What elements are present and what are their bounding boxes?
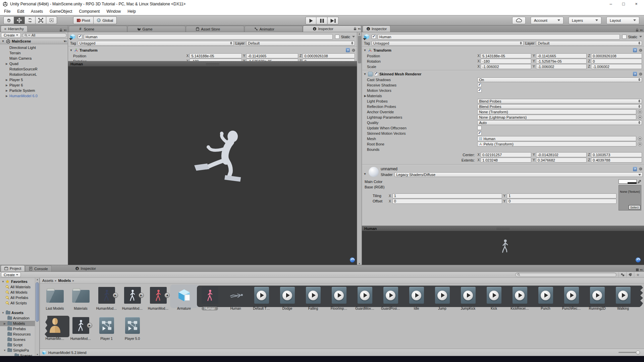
anchor-override-field[interactable]: None (Transform) <box>477 109 636 114</box>
asset-item[interactable]: HumanMod… <box>119 285 145 313</box>
menu-item[interactable]: GameObject <box>46 8 75 15</box>
hierarchy-item[interactable]: ▶ Quad <box>0 61 68 66</box>
asset-item[interactable]: Idle <box>404 285 429 313</box>
project-search-input[interactable] <box>515 273 616 277</box>
active-checkbox[interactable] <box>372 35 376 39</box>
bounds-extents-z-field[interactable]: 0.4039788 <box>591 158 642 163</box>
pivot-button[interactable]: Pivot <box>73 16 94 24</box>
eyedropper-icon[interactable] <box>638 180 641 183</box>
hierarchy-search-input[interactable]: All <box>22 33 67 38</box>
menu-item[interactable]: File <box>1 8 14 15</box>
lock-icon[interactable] <box>354 27 357 31</box>
tiling-y-field[interactable]: 1 <box>507 193 616 198</box>
tab-scene[interactable]: #Scene <box>69 26 127 32</box>
rotate-tool-button[interactable] <box>25 16 36 24</box>
menu-item[interactable]: Assets <box>28 8 46 15</box>
layout-dropdown[interactable]: Layout <box>606 17 639 24</box>
active-checkbox[interactable] <box>78 35 82 39</box>
bounds-center-z-field[interactable]: 0.1003573 <box>591 152 642 157</box>
chevron-down-icon[interactable] <box>69 38 72 40</box>
slider-knob[interactable] <box>636 351 640 355</box>
asset-item[interactable]: Walking <box>610 285 636 313</box>
preview-orb-icon[interactable] <box>636 257 641 262</box>
gear-icon[interactable] <box>639 48 643 52</box>
model-preview[interactable] <box>68 66 357 265</box>
assets-root[interactable]: Assets <box>0 310 35 315</box>
favorite-search-button[interactable]: ★ <box>634 272 642 277</box>
tab-console[interactable]: Console <box>25 265 51 272</box>
rotation-x-field[interactable]: -180 <box>190 59 241 61</box>
vertical-scrollbar[interactable] <box>357 32 362 265</box>
breadcrumb-current[interactable]: Models <box>58 279 71 283</box>
tab-inspector[interactable]: Inspector <box>363 25 390 32</box>
position-x-field[interactable]: 5.143188e-05 <box>190 53 241 58</box>
menu-item[interactable]: Component <box>75 8 103 15</box>
folder-item[interactable]: Resources <box>0 331 35 337</box>
foldout-icon[interactable] <box>363 49 367 52</box>
asset-item[interactable]: Kick <box>481 285 507 313</box>
asset-item[interactable]: Dodge <box>274 285 300 313</box>
hierarchy-item[interactable]: Directional Light <box>0 45 68 50</box>
tab-hierarchy[interactable]: ≡ Hierarchy <box>1 25 28 32</box>
texture-slot[interactable]: None (Texture) Select <box>619 185 641 210</box>
play-button[interactable] <box>306 17 317 24</box>
asset-item[interactable]: Player 1 <box>94 315 119 344</box>
hand-tool-button[interactable] <box>3 16 14 24</box>
foldout-icon[interactable]: ▶ <box>6 89 9 92</box>
asset-item[interactable]: Last Models <box>42 285 68 313</box>
thumbnail-size-slider[interactable] <box>619 351 640 355</box>
asset-item[interactable]: KickRecei… <box>507 285 533 313</box>
hierarchy-item[interactable]: RotationSourceL <box>0 72 68 77</box>
object-picker-icon[interactable] <box>638 115 642 119</box>
mesh-field[interactable]: Human <box>477 136 636 141</box>
foldout-icon[interactable] <box>1 40 5 43</box>
panel-menu-icon[interactable] <box>640 28 643 32</box>
shader-dropdown[interactable]: Legacy Shaders/Diffuse <box>394 172 643 177</box>
pause-button[interactable] <box>317 17 328 24</box>
skinned-motion-vectors-checkbox[interactable] <box>477 131 482 135</box>
object-picker-icon[interactable] <box>638 142 642 146</box>
favorites-item[interactable]: All Prefabs <box>0 295 35 300</box>
texture-select-button[interactable]: Select <box>629 205 640 209</box>
panel-menu-icon[interactable] <box>358 27 361 31</box>
tab-asset-store[interactable]: Asset Store <box>186 26 244 32</box>
create-button[interactable]: Create <box>1 33 21 38</box>
foldout-icon[interactable]: ▶ <box>6 62 9 65</box>
foldout-icon[interactable]: ▶ <box>6 95 9 98</box>
gear-icon[interactable] <box>352 48 356 52</box>
asset-item[interactable]: HumanMod… <box>145 285 171 313</box>
asset-item[interactable]: Human <box>223 285 249 313</box>
object-picker-icon[interactable] <box>638 110 642 114</box>
tab-game[interactable]: Game <box>127 26 186 32</box>
account-dropdown[interactable]: Account <box>531 17 564 24</box>
asset-item[interactable]: Punch <box>533 285 558 313</box>
tab-inspector[interactable]: Inspector <box>303 25 361 32</box>
menu-item[interactable]: Window <box>103 8 124 15</box>
tab-animator[interactable]: Animator <box>245 26 303 32</box>
scale-x-field[interactable]: -1.006002 <box>481 64 531 69</box>
hierarchy-item[interactable]: ▶ HumanModel 6.0 <box>0 93 68 99</box>
layers-dropdown[interactable]: Layers <box>569 17 601 24</box>
panel-menu-icon[interactable] <box>640 268 643 272</box>
expand-toggle-icon[interactable] <box>164 293 170 298</box>
hierarchy-item[interactable]: ▶ Player 5 <box>0 77 68 82</box>
folder-item[interactable]: Scenes <box>0 337 35 342</box>
component-enabled-checkbox[interactable] <box>374 72 378 76</box>
expand-toggle-icon[interactable] <box>139 293 144 298</box>
asset-item[interactable]: Running2D <box>584 285 610 313</box>
foldout-icon[interactable]: ▶ <box>3 322 6 325</box>
scrollbar-thumb[interactable] <box>36 282 39 322</box>
static-dropdown-icon[interactable] <box>639 36 642 38</box>
search-by-type-button[interactable] <box>619 272 626 277</box>
foldout-icon[interactable]: ▶ <box>6 84 9 87</box>
dock-icon[interactable] <box>636 268 639 271</box>
foldout-icon[interactable] <box>69 49 73 52</box>
hierarchy-item[interactable]: ▶ Particle System <box>0 88 68 93</box>
folder-item[interactable]: ▶ Models <box>0 321 35 326</box>
position-y-field[interactable]: -0.1141665 <box>246 53 298 58</box>
lightmap-parameters-field[interactable]: None (Lightmap Parameters) <box>477 115 636 120</box>
tiling-x-field[interactable]: 1 <box>392 193 502 198</box>
foldout-icon[interactable] <box>364 94 367 98</box>
asset-item[interactable]: JumpKick <box>455 285 481 313</box>
tag-dropdown[interactable]: Untagged <box>372 41 524 46</box>
